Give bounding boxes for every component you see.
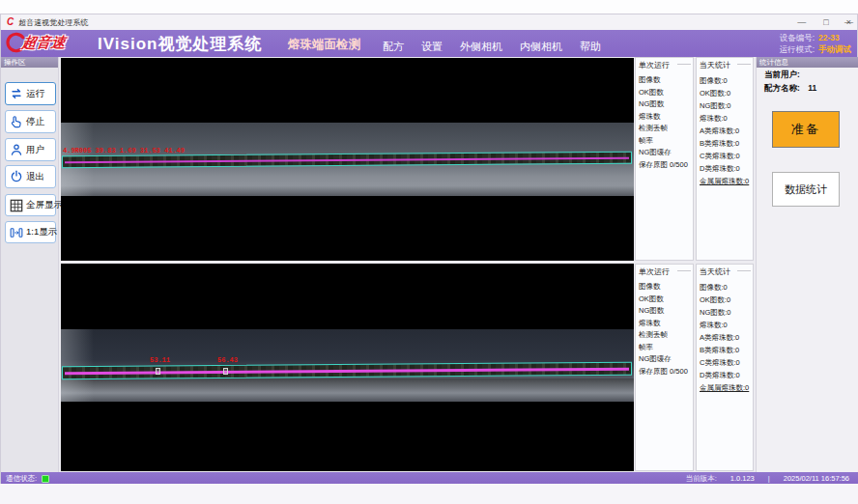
menu-outer-camera[interactable]: 外侧相机 [460,40,502,54]
comm-status-label: 通信状态: [6,474,37,484]
exit-button[interactable]: 退出 [5,165,56,188]
current-user-label: 当前用户: [764,70,800,79]
camera-view-bottom: 53.11 56.43 [61,264,634,471]
defect-mark [223,368,228,375]
logo-text: 超音速 [21,34,68,52]
today-stats-rows: 图像数:0OK图数:0NG图数:0熔珠数:0A类熔珠数:0B类熔珠数:0C类熔珠… [700,281,753,394]
run-button-label: 运行 [26,88,44,100]
stat-row: 保存原图 0/500 [639,159,693,172]
stat-row: NG图数 [639,305,693,318]
desktop: C 超音速视觉处理系统 — — □ × 超音速 IVision视觉处理系统 熔珠… [0,0,858,504]
defect-mark [156,368,160,375]
run-button[interactable]: 运行 [5,82,56,105]
stat-row: NG图数:0 [700,99,753,112]
one-to-one-button-label: 1:1显示 [26,226,57,238]
close-button[interactable]: × [846,18,851,27]
stat-row: D类熔珠数:0 [700,162,753,175]
power-icon [10,170,23,183]
stat-row: 图像数:0 [700,74,753,87]
today-stats-rows: 图像数:0OK图数:0NG图数:0熔珠数:0A类熔珠数:0B类熔珠数:0C类熔珠… [700,74,753,187]
operation-sidebar: 操作区 运行 停止 [1,57,59,472]
one-to-one-icon [10,226,23,239]
stop-button-label: 停止 [26,116,44,128]
menu-help[interactable]: 帮助 [580,40,601,54]
stat-row: 帧率 [639,342,693,354]
fullscreen-button[interactable]: 全屏显示 [5,194,56,216]
fullscreen-button-label: 全屏显示 [26,199,63,211]
measurement-annotation: 56.43 [217,356,238,364]
stat-row: OK图数 [639,294,693,306]
stat-row: 检测丢帧 [639,329,693,342]
run-mode-value: 手动调试 [818,44,851,54]
menu-recipe[interactable]: 配方 [383,40,404,54]
stop-button[interactable]: 停止 [5,110,56,133]
stat-row: 帧率 [639,135,693,148]
stat-row: 熔珠数 [639,318,693,330]
fullscreen-grid-icon [10,199,23,212]
stat-row: 金属屑熔珠数:0 [700,381,753,394]
stat-row: 保存原图 0/500 [639,366,693,378]
app-window: C 超音速视觉处理系统 — — □ × 超音速 IVision视觉处理系统 熔珠… [0,14,858,484]
menu-settings[interactable]: 设置 [421,40,443,54]
maximize-button[interactable]: □ [823,18,828,27]
sidebar-title: 操作区 [1,57,58,68]
app-title: IVision视觉处理系统 [98,33,262,55]
measurement-annotation: 53.11 [150,356,170,364]
stat-row: C类熔珠数:0 [700,150,753,162]
stat-row: C类熔珠数:0 [700,356,753,369]
measurement-annotation: 4.9R005 39.83 1.69 31.53 41.49 [63,147,185,154]
separator: | [768,474,770,483]
info-panel-title: 统计信息 [757,57,858,68]
camera-view-top: 4.9R005 39.83 1.69 31.53 41.49 [61,58,634,261]
stat-row: 熔珠数 [639,111,693,124]
user-icon [10,143,23,156]
stat-row: B类熔珠数:0 [700,137,753,150]
desktop-strip [0,484,858,504]
stat-row: NG图数 [639,98,693,111]
stat-row: 熔珠数:0 [700,319,753,331]
today-stats-panel-bottom: 当天统计 图像数:0OK图数:0NG图数:0熔珠数:0A类熔珠数:0B类熔珠数:… [696,264,754,471]
single-run-panel-bottom: 单次运行 图像数OK图数NG图数熔珠数检测丢帧帧率NG图缓存保存原图 0/500 [635,264,694,471]
statistics-info-panel: 统计信息 当前用户: 配方名称: 11 准备 数据统计 [756,57,858,472]
one-to-one-button[interactable]: 1:1显示 [5,221,56,243]
device-number-label: 设备编号: [780,33,815,42]
stat-row: 熔珠数:0 [700,112,753,125]
brand-logo: 超音速 [5,32,66,53]
run-mode-label: 运行模式: [780,44,815,54]
app-header: 超音速 IVision视觉处理系统 熔珠端面检测 配方 设置 外侧相机 内侧相机… [1,30,857,57]
recipe-name-value: 11 [808,83,816,93]
window-title: 超音速视觉处理系统 [18,17,88,28]
stat-row: B类熔珠数:0 [700,344,753,356]
window-titlebar[interactable]: C 超音速视觉处理系统 — — □ × [1,14,857,30]
stat-row: 图像数 [639,281,693,294]
stat-row: 图像数 [639,74,693,87]
single-run-title: 单次运行 [639,60,693,70]
stop-hand-icon [10,115,23,128]
stat-row: A类熔珠数:0 [700,331,753,344]
stat-row: OK图数:0 [700,87,753,99]
user-button-label: 用户 [26,144,44,156]
comm-status-indicator [42,475,49,483]
minimize-button[interactable]: — [797,18,806,27]
data-statistics-button[interactable]: 数据统计 [772,172,840,207]
user-button[interactable]: 用户 [5,138,56,161]
single-run-title: 单次运行 [639,266,693,277]
datetime: 2025/02/11 16:57:56 [784,474,849,483]
measurement-line [65,157,629,164]
prepare-button[interactable]: 准备 [772,111,840,148]
stat-row: OK图数:0 [700,294,753,306]
stat-row: 检测丢帧 [639,123,693,135]
menu-inner-camera[interactable]: 内侧相机 [520,40,562,54]
stat-row: D类熔珠数:0 [700,369,753,381]
measurement-line [65,368,629,376]
stat-row: A类熔珠数:0 [700,125,753,137]
today-stats-title: 当天统计 [700,266,753,277]
single-run-panel-top: 单次运行 图像数OK图数NG图数熔珠数检测丢帧帧率NG图缓存保存原图 0/500 [635,57,694,261]
device-number-value: 22-33 [818,33,840,42]
stat-row: 金属屑熔珠数:0 [700,175,753,187]
menu-bar: 配方 设置 外侧相机 内侧相机 帮助 [383,30,601,57]
app-icon: C [7,17,14,27]
stat-row: NG图缓存 [639,353,693,366]
app-subtitle: 熔珠端面检测 [288,37,360,53]
stat-row: NG图缓存 [639,147,693,159]
